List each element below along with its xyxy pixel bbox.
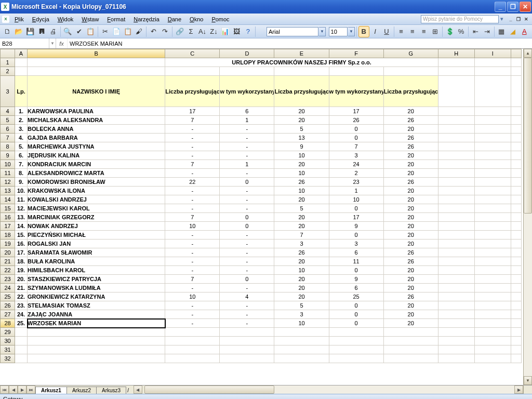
- chart-button[interactable]: 📊: [220, 26, 231, 37]
- row-header-23[interactable]: 23: [1, 275, 15, 284]
- percent-button[interactable]: %: [456, 26, 467, 37]
- row-header-28[interactable]: 28: [1, 319, 15, 328]
- fx-icon[interactable]: fx: [56, 38, 68, 48]
- cut-button[interactable]: ✂: [100, 26, 111, 37]
- column-header-D[interactable]: D: [220, 49, 274, 58]
- grid[interactable]: ABCDEFGHI 1URLOPY PRACOWNIKÓW NASZEJ FIR…: [0, 49, 522, 363]
- align-center-button[interactable]: ≡: [407, 26, 418, 37]
- align-right-button[interactable]: ≡: [418, 26, 429, 37]
- row-header-6[interactable]: 6: [1, 125, 15, 134]
- minimize-button[interactable]: _: [495, 2, 506, 12]
- menu-okno[interactable]: Okno: [185, 15, 207, 23]
- row-header-21[interactable]: 21: [1, 257, 15, 266]
- menu-narzędzia[interactable]: Narzędzia: [129, 15, 164, 23]
- permission-button[interactable]: 🖪: [36, 26, 47, 37]
- font-dropdown-icon[interactable]: ▼: [319, 27, 325, 36]
- new-button[interactable]: 🗋: [2, 26, 13, 37]
- hyperlink-button[interactable]: 🔗: [174, 26, 185, 37]
- header-lp[interactable]: Lp.: [15, 76, 28, 107]
- menu-edycja[interactable]: Edycja: [28, 15, 54, 23]
- header-name[interactable]: NAZWISKO I IMIĘ: [28, 76, 165, 107]
- tab-next-button[interactable]: ▶: [18, 385, 26, 394]
- row-header-3[interactable]: 3: [1, 76, 15, 107]
- tab-last-button[interactable]: ⏭: [26, 385, 35, 394]
- print-button[interactable]: 🖨: [48, 26, 59, 37]
- currency-button[interactable]: 💲: [444, 26, 455, 37]
- scroll-down-button[interactable]: ▼: [524, 376, 532, 385]
- header-d[interactable]: w tym wykorzystanych: [220, 76, 274, 107]
- row-header-31[interactable]: 31: [1, 345, 15, 354]
- decrease-indent-button[interactable]: ⇤: [470, 26, 481, 37]
- row-header-5[interactable]: 5: [1, 116, 15, 125]
- row-header-19[interactable]: 19: [1, 240, 15, 248]
- row-header-18[interactable]: 18: [1, 231, 15, 240]
- row-header-26[interactable]: 26: [1, 301, 15, 310]
- scroll-up-button[interactable]: ▲: [524, 49, 532, 58]
- menu-format[interactable]: Format: [103, 15, 129, 23]
- copy-button[interactable]: 📄: [111, 26, 122, 37]
- borders-button[interactable]: ▦: [496, 26, 507, 37]
- row-header-13[interactable]: 13: [1, 187, 15, 195]
- close-button[interactable]: ✕: [520, 2, 531, 12]
- name-box[interactable]: B28: [0, 38, 49, 48]
- row-header-29[interactable]: 29: [1, 328, 15, 337]
- row-header-25[interactable]: 25: [1, 292, 15, 301]
- column-header-B[interactable]: B: [28, 49, 165, 58]
- row-header-12[interactable]: 12: [1, 178, 15, 187]
- sheet-tab-arkusz3[interactable]: Arkusz3: [96, 387, 126, 394]
- column-header-G[interactable]: G: [383, 49, 438, 58]
- row-header-1[interactable]: 1: [1, 58, 15, 67]
- sort-desc-button[interactable]: Z↓: [208, 26, 219, 37]
- scroll-thumb[interactable]: [524, 58, 532, 214]
- header-f[interactable]: w tym wykorzystanych: [329, 76, 383, 107]
- doc-restore-button[interactable]: ❐: [515, 16, 522, 23]
- column-header-C[interactable]: C: [165, 49, 220, 58]
- row-header-20[interactable]: 20: [1, 248, 15, 257]
- redo-button[interactable]: ↷: [159, 26, 170, 37]
- header-e[interactable]: Liczba przysługujących dni urlopu w 2006…: [274, 76, 329, 107]
- doc-close-button[interactable]: ✕: [523, 16, 530, 23]
- select-all-corner[interactable]: [1, 49, 15, 58]
- spelling-button[interactable]: ✔: [74, 26, 85, 37]
- name-box-dropdown-icon[interactable]: ▼: [49, 38, 56, 48]
- fill-color-button[interactable]: ◢: [508, 26, 518, 37]
- row-header-10[interactable]: 10: [1, 160, 15, 169]
- sort-asc-button[interactable]: A↓: [197, 26, 208, 37]
- open-button[interactable]: 📂: [14, 26, 24, 37]
- italic-button[interactable]: I: [370, 26, 381, 37]
- hscroll-thumb[interactable]: [144, 385, 274, 394]
- sheet-tab-arkusz2[interactable]: Arkusz2: [66, 387, 97, 394]
- doc-minimize-button[interactable]: _: [507, 16, 514, 23]
- row-header-7[interactable]: 7: [1, 134, 15, 142]
- row-header-32[interactable]: 32: [1, 354, 15, 363]
- row-header-15[interactable]: 15: [1, 204, 15, 213]
- font-color-button[interactable]: A: [519, 26, 530, 37]
- bold-button[interactable]: B: [358, 26, 369, 37]
- align-left-button[interactable]: ≡: [395, 26, 406, 37]
- formula-input[interactable]: WRZOSEK MARIAN: [68, 38, 532, 48]
- column-header-F[interactable]: F: [329, 49, 383, 58]
- sheet-title[interactable]: URLOPY PRACOWNIKÓW NASZEJ FIRMY Sp.z o.o…: [165, 58, 438, 67]
- menu-wstaw[interactable]: Wstaw: [77, 15, 103, 23]
- row-header-24[interactable]: 24: [1, 284, 15, 292]
- row-header-22[interactable]: 22: [1, 266, 15, 275]
- restore-button[interactable]: ❐: [507, 2, 518, 12]
- row-header-14[interactable]: 14: [1, 195, 15, 204]
- tab-first-button[interactable]: ⏮: [0, 385, 9, 394]
- menu-plik[interactable]: Plik: [10, 15, 28, 23]
- column-header-E[interactable]: E: [274, 49, 329, 58]
- column-header-H[interactable]: H: [438, 49, 474, 58]
- research-button[interactable]: 📋: [85, 26, 96, 37]
- menu-dane[interactable]: Dane: [164, 15, 185, 23]
- sheet-tab-arkusz1[interactable]: Arkusz1: [35, 387, 67, 394]
- autosum-button[interactable]: Σ: [185, 26, 196, 37]
- menu-widok[interactable]: Widok: [54, 15, 78, 23]
- column-header-I[interactable]: I: [474, 49, 511, 58]
- help-button[interactable]: ?: [243, 26, 254, 37]
- hscroll-right-button[interactable]: ▶: [514, 385, 523, 394]
- font-size-select[interactable]: 10: [329, 27, 348, 36]
- header-c[interactable]: Liczba przysługujących dni urlopu w 2005…: [165, 76, 220, 107]
- print-preview-button[interactable]: 🔍: [62, 26, 73, 37]
- row-header-2[interactable]: 2: [1, 67, 15, 76]
- undo-button[interactable]: ↶: [148, 26, 159, 37]
